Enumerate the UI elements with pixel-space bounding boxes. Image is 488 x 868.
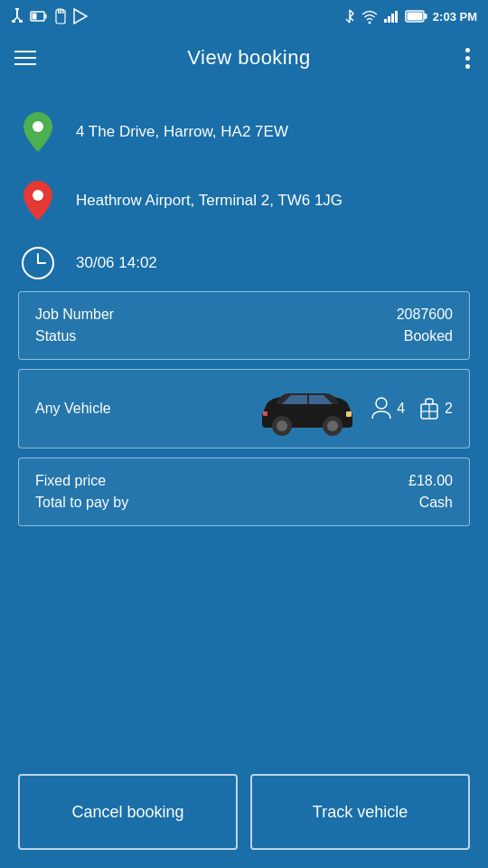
- luggage-stat: 2: [419, 397, 453, 420]
- job-number-row: Job Number 2087600: [35, 307, 453, 323]
- luggage-count: 2: [445, 401, 453, 417]
- svg-rect-10: [61, 9, 62, 14]
- bluetooth-icon: [344, 8, 355, 24]
- svg-rect-19: [424, 14, 427, 19]
- svg-rect-8: [33, 14, 37, 20]
- booking-datetime: 30/06 14:02: [76, 254, 157, 272]
- passenger-count: 4: [397, 401, 405, 417]
- clock-icon-container: [18, 246, 58, 280]
- passengers-stat: 4: [371, 397, 405, 420]
- svg-rect-16: [391, 14, 394, 23]
- svg-rect-5: [19, 20, 23, 23]
- time-display: 2:03 PM: [433, 10, 477, 24]
- track-vehicle-button[interactable]: Track vehicle: [250, 774, 470, 850]
- price-row: Fixed price £18.00: [35, 473, 453, 489]
- battery-icon: [406, 10, 427, 23]
- status-left-icons: [11, 8, 87, 24]
- svg-rect-30: [346, 411, 352, 417]
- svg-marker-12: [74, 9, 87, 24]
- svg-rect-14: [384, 19, 387, 23]
- status-right-icons: 2:03 PM: [344, 8, 477, 24]
- job-number-value: 2087600: [397, 307, 453, 323]
- pickup-icon-container: [18, 112, 58, 152]
- destination-pin-icon: [23, 181, 52, 221]
- signal-icon: [384, 10, 400, 23]
- person-icon: [371, 397, 391, 420]
- usb-icon: [11, 8, 23, 24]
- car-illustration: [258, 386, 357, 431]
- play-icon: [74, 9, 87, 24]
- destination-icon-container: [18, 181, 58, 221]
- svg-rect-0: [15, 8, 19, 10]
- small-battery-icon: [31, 10, 47, 23]
- status-bar: 2:03 PM: [0, 0, 488, 33]
- price-card: Fixed price £18.00 Total to pay by Cash: [18, 458, 470, 526]
- destination-address: Heathrow Airport, Terminal 2, TW6 1JG: [76, 191, 343, 211]
- payment-row: Total to pay by Cash: [35, 495, 453, 511]
- pickup-row: 4 The Drive, Harrow, HA2 7EW: [18, 98, 470, 166]
- svg-rect-7: [45, 14, 47, 19]
- svg-point-32: [376, 398, 387, 409]
- clock-icon: [21, 246, 55, 280]
- sd-icon: [54, 9, 67, 24]
- svg-rect-4: [12, 20, 15, 23]
- svg-rect-1: [16, 10, 18, 17]
- vehicle-row: Any Vehicle: [35, 386, 453, 431]
- payment-value: Cash: [419, 495, 453, 511]
- price-label: Fixed price: [35, 473, 106, 489]
- svg-rect-17: [395, 11, 398, 23]
- price-value: £18.00: [408, 473, 453, 489]
- svg-point-27: [277, 420, 287, 431]
- pickup-pin-icon: [23, 112, 52, 152]
- svg-rect-20: [407, 13, 422, 21]
- action-buttons: Cancel booking Track vehicle: [18, 774, 470, 850]
- page-title: View booking: [187, 46, 310, 70]
- pickup-address: 4 The Drive, Harrow, HA2 7EW: [76, 122, 288, 142]
- more-button[interactable]: [462, 44, 474, 72]
- vehicle-stats: 4 2: [371, 397, 453, 420]
- vehicle-name: Any Vehicle: [35, 401, 111, 417]
- job-number-label: Job Number: [35, 307, 114, 323]
- luggage-icon: [419, 397, 439, 420]
- status-label: Status: [35, 328, 76, 344]
- content-area: 4 The Drive, Harrow, HA2 7EW Heathrow Ai…: [0, 83, 488, 550]
- time-row: 30/06 14:02: [18, 235, 470, 291]
- top-bar: View booking: [0, 33, 488, 83]
- svg-point-29: [327, 420, 338, 431]
- svg-point-21: [33, 121, 43, 132]
- job-status-card: Job Number 2087600 Status Booked: [18, 291, 470, 360]
- menu-button[interactable]: [14, 51, 36, 65]
- vehicle-details: 4 2: [258, 386, 453, 431]
- vehicle-card: Any Vehicle: [18, 369, 470, 448]
- svg-rect-11: [62, 9, 64, 14]
- svg-point-13: [368, 22, 371, 24]
- status-row: Status Booked: [35, 328, 453, 344]
- svg-rect-15: [388, 16, 390, 23]
- svg-rect-9: [58, 9, 60, 14]
- status-value: Booked: [404, 328, 453, 344]
- destination-row: Heathrow Airport, Terminal 2, TW6 1JG: [18, 166, 470, 235]
- svg-rect-31: [263, 411, 267, 416]
- svg-point-22: [33, 190, 43, 201]
- wifi-icon: [361, 9, 379, 24]
- cancel-booking-button[interactable]: Cancel booking: [18, 774, 238, 850]
- payment-label: Total to pay by: [35, 495, 128, 511]
